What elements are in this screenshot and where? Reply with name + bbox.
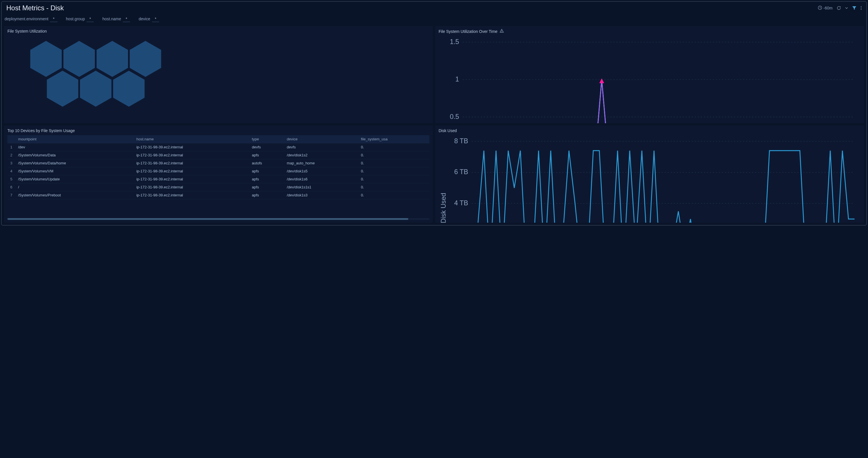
table-cell: devfs — [249, 143, 284, 151]
table-cell: ip-172-31-98-39.ec2.internal — [133, 151, 249, 159]
svg-point-1 — [861, 6, 862, 7]
table-row[interactable]: 4/System/Volumes/VMip-172-31-98-39.ec2.i… — [7, 167, 429, 175]
hexagon-cell[interactable] — [63, 41, 95, 77]
table-row[interactable]: 3/System/Volumes/Data/homeip-172-31-98-3… — [7, 159, 429, 167]
table-cell: 6 — [7, 183, 15, 191]
hexagon-cell[interactable] — [47, 70, 78, 107]
svg-text:6 TB: 6 TB — [454, 168, 468, 175]
horizontal-scrollbar[interactable] — [7, 218, 429, 220]
time-range-picker[interactable]: -60m — [818, 5, 833, 11]
table-cell: 2 — [7, 151, 15, 159]
panel-title: File System Utilization — [7, 29, 429, 33]
table-cell: 5 — [7, 175, 15, 183]
filter-value[interactable]: * — [50, 16, 57, 22]
table-cell: 4 — [7, 167, 15, 175]
filter-label: host.group — [66, 17, 85, 21]
column-header[interactable] — [7, 135, 15, 143]
table-cell: 3 — [7, 159, 15, 167]
hexagon-cell[interactable] — [30, 41, 62, 77]
table-cell: /System/Volumes/Preboot — [15, 191, 133, 199]
svg-point-2 — [861, 8, 862, 8]
clock-icon — [818, 5, 822, 11]
table-cell: ip-172-31-98-39.ec2.internal — [133, 167, 249, 175]
table-cell: 0. — [358, 175, 429, 183]
svg-text:8 TB: 8 TB — [454, 137, 468, 145]
more-icon[interactable] — [861, 6, 862, 10]
peak-marker-icon — [599, 78, 604, 83]
filter-host-name[interactable]: host.name* — [102, 16, 130, 22]
refresh-icon[interactable] — [837, 6, 841, 10]
devices-table: mountpointhost.nametypedevicefile_system… — [7, 135, 429, 199]
panel-title: Disk Used — [439, 128, 861, 133]
table-cell: /dev — [15, 143, 133, 151]
column-header[interactable]: device — [284, 135, 358, 143]
hexagon-cell[interactable] — [113, 70, 145, 107]
svg-point-3 — [861, 9, 862, 10]
filter-label: host.name — [102, 17, 121, 21]
table-cell: autofs — [249, 159, 284, 167]
chart-series-line[interactable] — [463, 80, 854, 123]
time-range-value: -60m — [824, 6, 833, 10]
table-row[interactable]: 1/devip-172-31-98-39.ec2.internaldevfsde… — [7, 143, 429, 151]
table-cell: devfs — [284, 143, 358, 151]
chevron-down-icon[interactable] — [845, 6, 848, 9]
table-cell: 0. — [358, 143, 429, 151]
top-devices-panel: Top 10 Devices by File System Usage moun… — [4, 125, 433, 223]
svg-text:1.5: 1.5 — [450, 38, 459, 46]
filter-deployment-environment[interactable]: deployment.environment* — [5, 16, 57, 22]
hexagon-cell[interactable] — [80, 70, 112, 107]
table-row[interactable]: 7/System/Volumes/Prebootip-172-31-98-39.… — [7, 191, 429, 199]
page-title: Host Metrics - Disk — [6, 4, 64, 12]
svg-text:0.5: 0.5 — [450, 113, 459, 120]
filter-value[interactable]: * — [87, 16, 94, 22]
table-cell: ip-172-31-98-39.ec2.internal — [133, 159, 249, 167]
table-row[interactable]: 2/System/Volumes/Dataip-172-31-98-39.ec2… — [7, 151, 429, 159]
column-header[interactable]: type — [249, 135, 284, 143]
table-cell: /System/Volumes/Data/home — [15, 159, 133, 167]
table-cell: 0. — [358, 183, 429, 191]
table-cell: apfs — [249, 175, 284, 183]
column-header[interactable]: mountpoint — [15, 135, 133, 143]
table-cell: /dev/disk1s1s1 — [284, 183, 358, 191]
table-cell: 0. — [358, 151, 429, 159]
table-cell: ip-172-31-98-39.ec2.internal — [133, 143, 249, 151]
hexagon-cell[interactable] — [130, 41, 161, 77]
table-cell: map_auto_home — [284, 159, 358, 167]
hexagon-cell[interactable] — [97, 41, 128, 77]
panel-title: Top 10 Devices by File System Usage — [7, 128, 429, 133]
warning-icon — [500, 29, 504, 34]
table-cell: /dev/disk1s6 — [284, 175, 358, 183]
filter-host-group[interactable]: host.group* — [66, 16, 94, 22]
chart-series-line[interactable] — [472, 151, 855, 223]
filter-value[interactable]: * — [123, 16, 130, 22]
table-cell: /dev/disk1s5 — [284, 167, 358, 175]
table-cell: 0. — [358, 191, 429, 199]
file-system-utilization-over-time-panel: File System Utilization Over Time 00.511… — [435, 26, 864, 123]
table-cell: ip-172-31-98-39.ec2.internal — [133, 183, 249, 191]
table-cell: apfs — [249, 167, 284, 175]
column-header[interactable]: host.name — [133, 135, 249, 143]
table-row[interactable]: 6/ip-172-31-98-39.ec2.internalapfs/dev/d… — [7, 183, 429, 191]
svg-text:1: 1 — [456, 75, 459, 83]
table-cell: 1 — [7, 143, 15, 151]
table-cell: /System/Volumes/Data — [15, 151, 133, 159]
filter-icon[interactable] — [852, 6, 857, 10]
svg-rect-5 — [502, 31, 502, 32]
table-cell: ip-172-31-98-39.ec2.internal — [133, 175, 249, 183]
table-cell: 0. — [358, 167, 429, 175]
chart-series-line[interactable] — [463, 80, 854, 123]
svg-text:Disk Used: Disk Used — [440, 193, 447, 223]
table-cell: apfs — [249, 183, 284, 191]
column-header[interactable]: file_system_usa — [358, 135, 429, 143]
table-cell: 0. — [358, 159, 429, 167]
table-cell: ip-172-31-98-39.ec2.internal — [133, 191, 249, 199]
filter-value[interactable]: * — [152, 16, 159, 22]
table-cell: / — [15, 183, 133, 191]
table-cell: apfs — [249, 151, 284, 159]
table-row[interactable]: 5/System/Volumes/Updateip-172-31-98-39.e… — [7, 175, 429, 183]
table-cell: /dev/disk1s3 — [284, 191, 358, 199]
filter-label: deployment.environment — [5, 17, 48, 21]
file-system-utilization-panel: File System Utilization — [4, 26, 433, 123]
table-cell: /System/Volumes/Update — [15, 175, 133, 183]
filter-device[interactable]: device* — [138, 16, 159, 22]
